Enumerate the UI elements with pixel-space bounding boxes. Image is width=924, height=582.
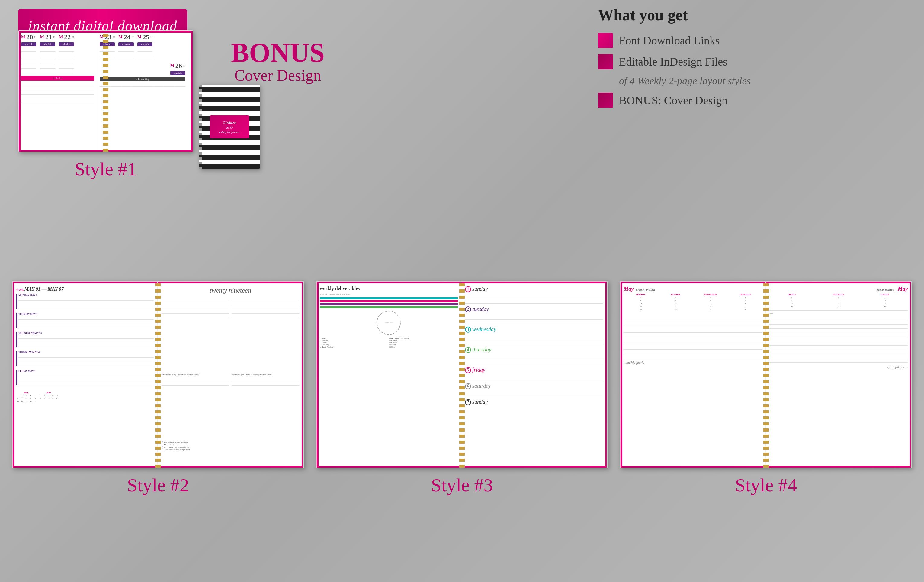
s3-day-friday: 5 friday <box>465 367 603 373</box>
habit-bar: habit tracking <box>100 78 185 81</box>
s3-bar-4 <box>320 306 458 308</box>
s2-week-header: week MAY 01 — MAY 07 <box>16 286 154 292</box>
feature-indesign: Editable InDesign Files <box>598 54 900 69</box>
style4-left-page: May twenty nineteen MONDAY TUESDAY WEDNE… <box>620 282 766 468</box>
s4-year-left: twenty nineteen <box>636 288 655 291</box>
s4-month-header-right: May twenty nineteen <box>769 286 908 292</box>
style4-label: Style #4 <box>735 475 797 496</box>
todo-bar: to do list <box>21 76 94 81</box>
s3-day-wednesday: 3 wednesday <box>465 326 603 333</box>
feature-subtext: of 4 Weekly 2-page layout styles <box>619 75 900 87</box>
spiral-binding-4 <box>763 282 769 468</box>
s3-bar-2 <box>320 300 458 302</box>
s4-notes-left <box>624 316 762 358</box>
s4-may-left: May <box>624 286 634 292</box>
s4-bottom-labels: monthly goals <box>624 360 762 365</box>
feature-icon-2 <box>598 54 613 69</box>
bottom-section: week MAY 01 — MAY 07 MONDAY MAY 1 TUESDA… <box>0 272 924 582</box>
cover-brand: Girlboss <box>213 120 246 126</box>
s3-day-monday: 2 tuesday <box>465 306 603 312</box>
style1-container: M20H schedule M21H schedule <box>18 30 193 180</box>
s3-weekly-deliverables: weekly deliverables <box>320 286 458 291</box>
feature-text-3: BONUS: Cover Design <box>619 94 728 107</box>
cover-label-text: Girlboss 2017 a daily life planner <box>213 120 246 134</box>
spiral-binding-2 <box>155 282 161 468</box>
style2-label: Style #2 <box>127 475 189 496</box>
cover-label: Girlboss 2017 a daily life planner <box>210 116 249 139</box>
s2-quadrant-1 <box>162 297 229 371</box>
planner1-left-page: M20H schedule M21H schedule <box>19 31 97 152</box>
s3-circle-diagram: focus area <box>376 311 401 335</box>
s3-bar-1 <box>320 298 458 299</box>
s2-wednesday: WEDNESDAY MAY 3 <box>16 332 154 347</box>
style3-left-page: weekly deliverables What will you accomp… <box>317 282 461 468</box>
s3-bar-3 <box>320 303 458 305</box>
style1-label: Style #1 <box>18 158 193 180</box>
s2-tuesday: TUESDAY MAY 2 <box>16 313 154 328</box>
planner1-right-page: M23H schedule M24H schedule <box>97 31 188 152</box>
s2-thursday: THURSDAY MAY 4 <box>16 351 154 366</box>
cover-spiral <box>199 84 202 169</box>
style4-spread: May twenty nineteen MONDAY TUESDAY WEDNE… <box>620 281 912 468</box>
what-you-get-section: What you get Font Download Links Editabl… <box>598 6 900 114</box>
cover-stripes: Girlboss 2017 a daily life planner <box>199 84 260 169</box>
style2-spread: week MAY 01 — MAY 07 MONDAY MAY 1 TUESDA… <box>12 281 304 468</box>
s4-grateful-label: grateful goals <box>769 365 908 370</box>
style2-right-page: twenty nineteen what is one thing I acco… <box>158 282 303 468</box>
bonus-title: BONUS <box>205 39 350 66</box>
s3-subtitle: What will you accomplish this week? <box>320 293 458 296</box>
feature-text-2: Editable InDesign Files <box>619 55 728 68</box>
style3-right-page: 1 sunday 2 tuesday 3 wednesday 4 thursda… <box>461 282 607 468</box>
bonus-cover-mockup: Girlboss 2017 a daily life planner <box>199 84 260 169</box>
style3-spread: weekly deliverables What will you accomp… <box>316 281 608 468</box>
cover-subtitle-text: a daily life planner <box>213 130 246 134</box>
s2-quadrant-2 <box>232 297 299 371</box>
s4-month-header-left: May twenty nineteen <box>624 286 762 292</box>
spiral-binding-1 <box>103 31 109 152</box>
style1-planner: M20H schedule M21H schedule <box>18 30 193 152</box>
s2-quadrant-3: what is one thing I accomplished this we… <box>162 374 229 439</box>
bonus-section: BONUS Cover Design <box>205 39 350 84</box>
bonus-subtitle: Cover Design <box>205 66 350 84</box>
s3-checkbox-grid: ☐ Goals ☐ Strength ☐ Cardio ☐ Flexibilit… <box>320 337 458 348</box>
s2-mini-cal-may: may 12345 678910 1314151617 <box>16 391 36 403</box>
s2-mini-cal-june: june 12345 678910 <box>39 391 59 403</box>
s2-checklist: ☐ Worked out at least one hour ☐ Met at … <box>162 441 299 451</box>
s2-right-header: twenty nineteen <box>162 286 299 294</box>
s4-todo-section: to do <box>769 310 908 363</box>
what-you-get-title: What you get <box>598 6 900 24</box>
s4-may-right: May <box>898 286 908 292</box>
style4-block: May twenty nineteen MONDAY TUESDAY WEDNE… <box>620 281 912 582</box>
s4-cal-grid-left: MONDAY TUESDAY WEDNESDAY THURSDAY 12 34 … <box>624 293 762 311</box>
style4-right-page: May twenty nineteen FRIDAY SATURDAY SUND… <box>766 282 911 468</box>
feature-bonus-cover: BONUS: Cover Design <box>598 93 900 108</box>
feature-font-links: Font Download Links <box>598 33 900 48</box>
spiral-binding-3 <box>459 282 465 468</box>
style2-block: week MAY 01 — MAY 07 MONDAY MAY 1 TUESDA… <box>12 281 304 582</box>
s4-year-right: twenty nineteen <box>876 288 895 291</box>
s2-monday: MONDAY MAY 1 <box>16 294 154 309</box>
style3-label: Style #3 <box>431 475 493 496</box>
s2-friday: FRIDAY MAY 5 <box>16 370 154 385</box>
feature-text-1: Font Download Links <box>619 34 720 47</box>
s4-cal-grid-right: FRIDAY SATURDAY SUNDAY 567 101112 171819… <box>769 293 908 308</box>
s3-day-thursday: 4 thursday <box>465 347 603 353</box>
feature-icon-3 <box>598 93 613 108</box>
s3-day-sunday: 1 sunday <box>465 286 603 292</box>
cover-year: 2017 <box>213 126 246 130</box>
style3-block: weekly deliverables What will you accomp… <box>316 281 608 582</box>
s2-quadrant-4: what is #1 goal I want to accomplish thi… <box>232 374 299 439</box>
s3-day-saturday: 6 saturday <box>465 383 603 389</box>
s3-day-sunday2: 7 sunday <box>465 399 603 405</box>
style2-left-page: week MAY 01 — MAY 07 MONDAY MAY 1 TUESDA… <box>13 282 158 468</box>
feature-icon-1 <box>598 33 613 48</box>
